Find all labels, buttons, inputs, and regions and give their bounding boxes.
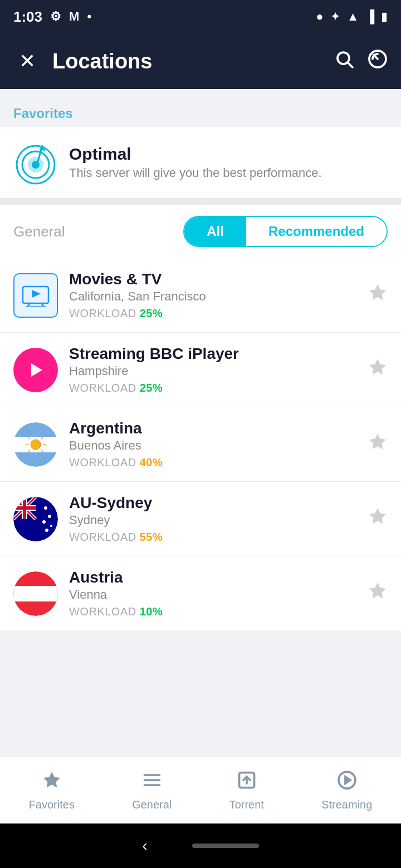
list-item[interactable]: AU-Sydney Sydney WORKLOAD 55% bbox=[0, 482, 401, 556]
movies-tv-workload-value: 25% bbox=[140, 307, 163, 319]
bbc-iplayer-info: Streaming BBC iPlayer Hampshire WORKLOAD… bbox=[69, 345, 356, 394]
optimal-icon bbox=[13, 140, 58, 185]
svg-point-18 bbox=[31, 440, 41, 450]
content: Favorites Optimal This server will give … bbox=[0, 89, 401, 757]
section-divider bbox=[0, 198, 401, 205]
home-pill[interactable] bbox=[192, 844, 259, 848]
argentina-city: Buenos Aires bbox=[69, 438, 356, 453]
au-sydney-favorite-star[interactable] bbox=[368, 506, 388, 531]
close-button[interactable]: ✕ bbox=[13, 50, 41, 73]
list-item[interactable]: Streaming BBC iPlayer Hampshire WORKLOAD… bbox=[0, 333, 401, 407]
svg-marker-52 bbox=[345, 777, 350, 783]
favorites-nav-icon bbox=[42, 770, 62, 795]
settings-icon: ⚙ bbox=[50, 9, 61, 24]
svg-point-42 bbox=[45, 529, 48, 532]
streaming-nav-label: Streaming bbox=[321, 798, 372, 811]
argentina-favorite-star[interactable] bbox=[368, 432, 388, 457]
nav-item-streaming[interactable]: Streaming bbox=[310, 765, 383, 817]
au-sydney-workload-value: 55% bbox=[140, 531, 163, 543]
list-item[interactable]: Movies & TV California, San Francisco WO… bbox=[0, 258, 401, 333]
svg-marker-12 bbox=[32, 290, 41, 298]
austria-workload: WORKLOAD 10% bbox=[69, 605, 356, 618]
general-label: General bbox=[13, 223, 65, 240]
streaming-nav-icon bbox=[337, 770, 357, 795]
nav-item-torrent[interactable]: Torrent bbox=[218, 765, 275, 817]
signal-bars-icon: ▐ bbox=[365, 9, 374, 24]
general-nav-icon bbox=[142, 770, 162, 795]
austria-name: Austria bbox=[69, 569, 356, 586]
bbc-iplayer-city: Hampshire bbox=[69, 364, 356, 378]
header: ✕ Locations bbox=[0, 33, 401, 89]
signal-up-icon: ▲ bbox=[347, 9, 359, 24]
favorites-nav-label: Favorites bbox=[29, 798, 75, 811]
torrent-nav-icon bbox=[237, 770, 257, 795]
general-header: General All Recommended bbox=[0, 205, 401, 258]
svg-rect-37 bbox=[13, 506, 36, 510]
au-sydney-info: AU-Sydney Sydney WORKLOAD 55% bbox=[69, 494, 356, 544]
optimal-text: Optimal This server will give you the be… bbox=[69, 145, 322, 180]
nav-item-general[interactable]: General bbox=[121, 765, 183, 817]
gmail-icon: M bbox=[69, 9, 79, 24]
bbc-iplayer-name: Streaming BBC iPlayer bbox=[69, 345, 356, 363]
movies-tv-info: Movies & TV California, San Francisco WO… bbox=[69, 270, 356, 320]
dot-icon: • bbox=[87, 9, 91, 24]
torrent-nav-label: Torrent bbox=[229, 798, 264, 811]
au-sydney-workload: WORKLOAD 55% bbox=[69, 531, 356, 544]
page-title: Locations bbox=[52, 50, 323, 73]
home-bar: ‹ bbox=[0, 823, 401, 868]
svg-point-41 bbox=[50, 525, 52, 527]
recommended-toggle-button[interactable]: Recommended bbox=[246, 217, 387, 246]
austria-city: Vienna bbox=[69, 588, 356, 602]
status-bar: 1:03 ⚙ M • ● ✦ ▲ ▐ ▮ bbox=[0, 0, 401, 33]
list-item[interactable]: Austria Vienna WORKLOAD 10% bbox=[0, 556, 401, 630]
location-list: Movies & TV California, San Francisco WO… bbox=[0, 258, 401, 630]
nav-item-favorites[interactable]: Favorites bbox=[18, 765, 86, 817]
optimal-item[interactable]: Optimal This server will give you the be… bbox=[0, 127, 401, 198]
movies-tv-workload: WORKLOAD 25% bbox=[69, 307, 356, 320]
au-sydney-city: Sydney bbox=[69, 513, 356, 527]
svg-marker-13 bbox=[31, 363, 42, 377]
movies-tv-city: California, San Francisco bbox=[69, 289, 356, 304]
svg-point-39 bbox=[48, 515, 51, 518]
bbc-iplayer-favorite-star[interactable] bbox=[368, 357, 388, 382]
battery-icon: ▮ bbox=[381, 9, 388, 24]
movies-tv-favorite-star[interactable] bbox=[368, 283, 388, 308]
bbc-iplayer-icon bbox=[13, 348, 58, 392]
argentina-name: Argentina bbox=[69, 420, 356, 437]
all-toggle-button[interactable]: All bbox=[184, 217, 246, 246]
svg-rect-45 bbox=[13, 586, 58, 601]
back-button[interactable]: ‹ bbox=[142, 837, 147, 855]
status-left: 1:03 ⚙ M • bbox=[13, 8, 91, 26]
status-right: ● ✦ ▲ ▐ ▮ bbox=[316, 9, 388, 24]
au-sydney-name: AU-Sydney bbox=[69, 494, 356, 512]
movies-tv-icon bbox=[13, 273, 58, 318]
argentina-flag bbox=[13, 422, 58, 467]
australia-flag bbox=[13, 497, 58, 541]
svg-point-40 bbox=[42, 520, 46, 524]
search-icon[interactable] bbox=[334, 49, 354, 74]
austria-workload-value: 10% bbox=[140, 605, 163, 618]
optimal-name: Optimal bbox=[69, 145, 322, 164]
movies-tv-name: Movies & TV bbox=[69, 270, 356, 288]
bbc-iplayer-workload-value: 25% bbox=[140, 382, 163, 394]
austria-info: Austria Vienna WORKLOAD 10% bbox=[69, 569, 356, 618]
svg-line-1 bbox=[348, 62, 353, 67]
argentina-workload-value: 40% bbox=[140, 456, 163, 468]
optimal-description: This server will give you the best perfo… bbox=[69, 166, 322, 180]
austria-favorite-star[interactable] bbox=[368, 581, 388, 606]
toggle-buttons: All Recommended bbox=[183, 216, 388, 247]
speed-icon[interactable] bbox=[368, 49, 388, 74]
austria-flag bbox=[13, 571, 58, 616]
argentina-workload: WORKLOAD 40% bbox=[69, 456, 356, 469]
bottom-nav: Favorites General Torrent bbox=[0, 757, 401, 823]
status-time: 1:03 bbox=[13, 8, 42, 26]
general-nav-label: General bbox=[132, 798, 172, 811]
bluetooth-icon: ✦ bbox=[330, 9, 340, 24]
wifi-icon: ● bbox=[316, 9, 323, 24]
svg-point-38 bbox=[44, 506, 47, 510]
header-icons bbox=[334, 49, 388, 74]
bbc-iplayer-workload: WORKLOAD 25% bbox=[69, 382, 356, 394]
favorites-section-label: Favorites bbox=[0, 89, 401, 127]
list-item[interactable]: Argentina Buenos Aires WORKLOAD 40% bbox=[0, 407, 401, 482]
argentina-info: Argentina Buenos Aires WORKLOAD 40% bbox=[69, 420, 356, 469]
